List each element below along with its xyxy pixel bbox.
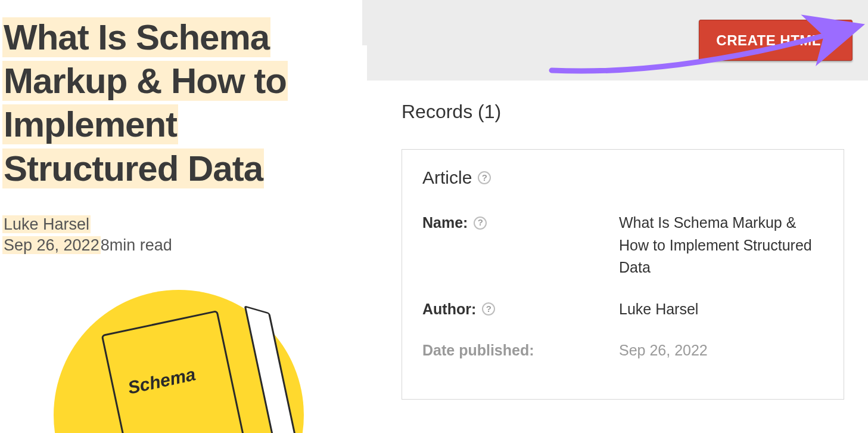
article-preview-pane: What Is Schema Markup & How to Implement… — [0, 0, 362, 433]
article-date: Sep 26, 2022 — [2, 236, 101, 254]
article-author: Luke Harsel — [2, 215, 91, 233]
article-record-card: Article ? Name: ? What Is Schema Markup … — [402, 149, 844, 400]
title-line: Implement — [2, 104, 178, 144]
field-label-name: Name: — [422, 212, 468, 234]
create-html-button[interactable]: CREATE HTML — [699, 20, 853, 61]
help-icon[interactable]: ? — [474, 216, 487, 230]
article-meta: Luke Harsel Sep 26, 20228min read — [2, 214, 362, 256]
chevron-right-icon — [828, 31, 838, 50]
help-icon[interactable]: ? — [482, 302, 495, 316]
title-line: Structured Data — [2, 149, 264, 188]
field-row-author: Author: ? Luke Harsel — [422, 292, 823, 334]
field-value-author[interactable]: Luke Harsel — [619, 292, 823, 334]
article-illustration: Schema — [54, 290, 304, 433]
article-title: What Is Schema Markup & How to Implement… — [2, 16, 362, 190]
field-row-date-published: Date published: Sep 26, 2022 — [422, 333, 823, 375]
field-label-author: Author: — [422, 298, 476, 321]
title-line: Markup & How to — [2, 61, 288, 101]
field-value-date-published[interactable]: Sep 26, 2022 — [619, 333, 823, 375]
field-row-name: Name: ? What Is Schema Markup & How to I… — [422, 206, 823, 292]
article-read-time: 8min read — [101, 236, 172, 254]
records-title: Records (1) — [402, 101, 844, 123]
card-title: Article — [422, 168, 472, 188]
help-icon[interactable]: ? — [478, 171, 491, 184]
pane-divider — [362, 0, 367, 45]
field-label-date-published: Date published: — [422, 342, 534, 358]
title-line: What Is Schema — [2, 17, 270, 57]
tool-pane: CREATE HTML Records (1) Article ? — [367, 0, 868, 433]
field-value-name[interactable]: What Is Schema Markup & How to Implement… — [619, 206, 823, 292]
toolbar: CREATE HTML — [367, 0, 868, 81]
create-html-label: CREATE HTML — [716, 32, 821, 49]
records-content: Records (1) Article ? Name: ? Wha — [367, 81, 868, 433]
